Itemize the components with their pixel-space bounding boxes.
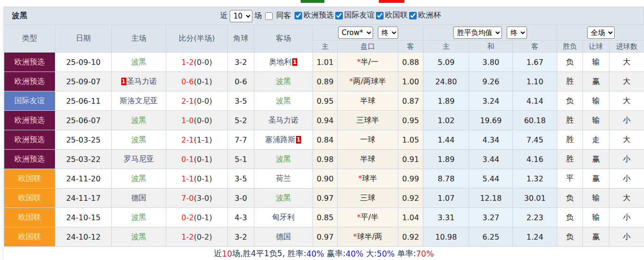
result-cell: 负 xyxy=(557,188,583,208)
avg-time-select[interactable]: 终 xyxy=(507,27,527,39)
date-cell: 25-06-11 xyxy=(55,91,112,111)
corner-cell: 0-6 xyxy=(228,72,254,91)
summary-segment: 50% xyxy=(377,249,395,259)
team-name: 波黑 xyxy=(276,96,291,105)
home-odds-cell: 0.90 xyxy=(313,169,338,188)
away-odds-cell: 1.04 xyxy=(398,208,423,227)
bookmaker-time-select[interactable]: 终 xyxy=(378,27,398,39)
handicap-star: * xyxy=(357,57,361,66)
league-label: 欧洲预选 xyxy=(304,10,334,20)
matches-table: 类型 日期 主场 比分(半场) 角球 客场 Crow* 终 胜平负均值 终 xyxy=(4,25,644,247)
home-team-cell: 波黑 xyxy=(112,53,166,72)
score-cell: 1-2(0-2) xyxy=(166,227,228,247)
type-badge: 欧洲预选 xyxy=(4,150,55,169)
team-name: 波黑 xyxy=(276,154,291,163)
team-name: 德国 xyxy=(131,193,146,202)
type-badge: 欧洲预选 xyxy=(4,72,55,91)
team-name: 波黑 xyxy=(276,77,291,86)
date-cell: 24-11-17 xyxy=(55,188,112,208)
avg-away-cell: 30.01 xyxy=(513,188,557,208)
league-label: 欧国联 xyxy=(385,10,408,20)
away-odds-cell: 0.91 xyxy=(398,150,423,169)
corner-cell: 5-2 xyxy=(228,111,254,130)
avg-away-cell: 7.45 xyxy=(513,130,557,150)
date-cell: 24-10-12 xyxy=(55,227,112,247)
home-team-cell: 波黑 xyxy=(112,227,166,247)
league-label: 国际友谊 xyxy=(344,10,375,20)
table-row: 欧洲预选25-09-071圣马力诺0-6(0-1)0-6波黑0.89*两/两球半… xyxy=(4,72,644,91)
date-cell: 25-03-22 xyxy=(55,150,112,169)
date-cell: 25-09-07 xyxy=(55,72,112,91)
avg-home-cell: 5.09 xyxy=(423,53,469,72)
handicap-result-cell: 走 xyxy=(583,130,609,150)
page-left-edge xyxy=(0,0,3,260)
result-cell: 胜 xyxy=(557,130,583,150)
corner-cell: 3-5 xyxy=(228,91,254,111)
away-team-cell: 奥地利1 xyxy=(254,53,313,72)
summary-segment: 大: xyxy=(363,248,376,259)
recent-label: 近 xyxy=(220,11,228,21)
avg-draw-cell: 12.18 xyxy=(469,188,513,208)
team-name: 荷兰 xyxy=(276,174,291,183)
summary-segment: 近 xyxy=(214,248,222,259)
handicap-result-cell: 赢 xyxy=(583,227,609,247)
league-checkbox[interactable] xyxy=(409,12,417,19)
handicap-result-cell: 输 xyxy=(583,91,609,111)
avg-away-cell: 2.23 xyxy=(513,208,557,227)
red-button-fragment[interactable] xyxy=(379,0,404,3)
team-name: 塞浦路斯 xyxy=(265,135,295,144)
team-name: 波黑 xyxy=(131,174,146,183)
team-name: 斯洛文尼亚 xyxy=(120,96,158,105)
league-checkbox[interactable] xyxy=(376,12,384,19)
handicap-result-cell: 输 xyxy=(583,188,609,208)
home-odds-cell: 0.85 xyxy=(313,208,338,227)
handicap-star: * xyxy=(349,77,353,86)
same-guest-label: 同客 xyxy=(276,11,291,21)
corner-cell: 3-5 xyxy=(228,169,254,188)
home-odds-cell: 0.95 xyxy=(313,91,338,111)
team-name: 圣马力诺 xyxy=(127,77,157,86)
goals-cell: 小 xyxy=(609,169,644,188)
away-team-cell: 德国 xyxy=(254,227,313,247)
table-row: 欧洲预选25-09-10波黑1-2(0-0)3-2奥地利11.01*半/一0.8… xyxy=(4,53,644,72)
league-checkbox[interactable] xyxy=(335,12,343,19)
avg-draw-cell: 6.25 xyxy=(469,227,513,247)
table-row: 欧国联24-10-15波黑0-2(0-1)4-3匈牙利0.85*平/半1.043… xyxy=(4,208,644,227)
col-home: 主场 xyxy=(112,25,166,53)
type-badge: 欧洲预选 xyxy=(4,111,55,130)
league-label: 欧洲杯 xyxy=(418,10,441,20)
avg-select[interactable]: 胜平负均值 xyxy=(453,27,502,39)
goals-cell: 大 xyxy=(609,53,644,72)
league-checkbox[interactable] xyxy=(295,12,302,19)
bookmaker-select[interactable]: Crow* xyxy=(338,27,373,39)
team-name: 匈牙利 xyxy=(272,213,295,222)
corner-cell: 7-7 xyxy=(228,130,254,150)
league-filter-item: 国际友谊 xyxy=(334,10,375,20)
away-odds-cell: 0.88 xyxy=(398,53,423,72)
score-cell: 0-1(0-1) xyxy=(166,150,228,169)
table-row: 欧洲预选25-03-25波黑2-1(1-1)7-7塞浦路斯10.84一球1.05… xyxy=(4,130,644,150)
score-cell: 2-1(0-0) xyxy=(166,91,228,111)
team-name: 波黑 xyxy=(131,135,146,144)
avg-home-cell: 1.44 xyxy=(423,130,469,150)
handicap-cell: *两/两球半 xyxy=(338,72,398,91)
score-cell: 7-0(3-0) xyxy=(166,188,228,208)
scope-select[interactable]: 全场 xyxy=(587,27,615,39)
handicap-star: * xyxy=(358,174,362,183)
avg-draw-cell: 3.24 xyxy=(469,91,513,111)
league-filter-item: 欧洲预选 xyxy=(293,10,334,20)
away-odds-cell: 1.00 xyxy=(398,72,423,91)
col-type: 类型 xyxy=(4,25,55,53)
same-guest-checkbox[interactable] xyxy=(265,12,273,20)
recent-count-select[interactable]: 10 xyxy=(230,10,252,22)
handicap-cell: 半球 xyxy=(338,91,398,111)
top-strip xyxy=(0,0,644,7)
away-odds-cell: 0.95 xyxy=(398,111,423,130)
corner-cell: 3-2 xyxy=(228,227,254,247)
type-badge: 欧国联 xyxy=(4,169,55,188)
control-bar: 波黑 近 10 场 同客 欧洲预选国际友谊欧国联欧洲杯 xyxy=(4,7,644,25)
green-button-fragment[interactable] xyxy=(301,0,324,3)
date-cell: 24-11-20 xyxy=(55,169,112,188)
away-odds-cell: 0.92 xyxy=(398,227,423,247)
avg-home-cell: 24.80 xyxy=(423,72,469,91)
